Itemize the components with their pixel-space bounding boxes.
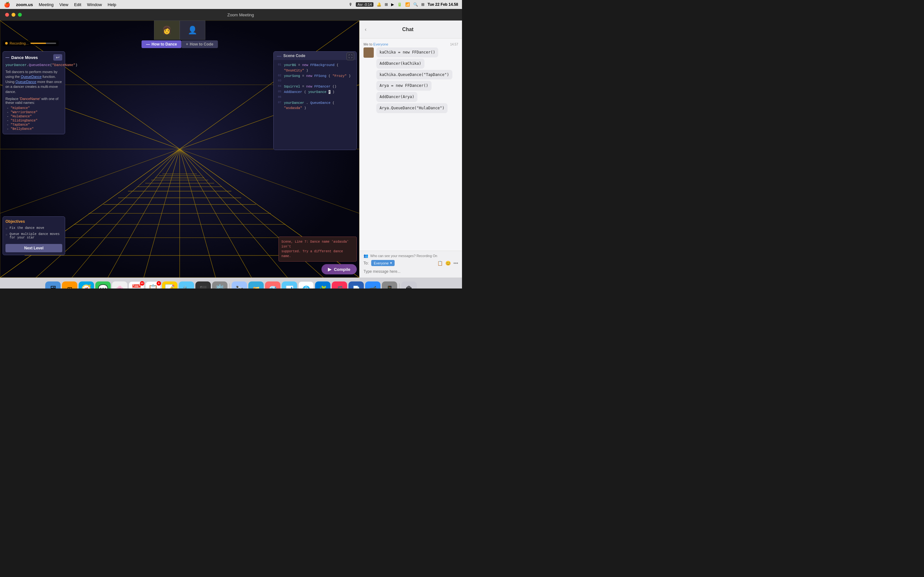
next-level-button[interactable]: Next Level	[5, 244, 62, 252]
play-icon: ▶	[391, 2, 394, 7]
panel-title: — Dance Moves	[5, 55, 38, 60]
mic-icon: 🎙	[349, 2, 352, 7]
dock-plasticity[interactable]: 💎	[265, 282, 280, 289]
battery-icon: 🔋	[397, 2, 402, 7]
dock-music[interactable]: 🎵	[332, 282, 347, 289]
recording-fill	[31, 43, 46, 44]
maximize-button[interactable]	[18, 13, 22, 17]
dock-calendar[interactable]: 📅 22	[129, 282, 144, 289]
dock-photos[interactable]: 🌸	[112, 282, 128, 289]
code-var-yourdancer: yourDancer	[5, 63, 27, 67]
code-editor[interactable]: 01 yourBG = new FFBackground ( "OvunCity…	[274, 60, 357, 150]
dock-word[interactable]: 📄	[349, 282, 364, 289]
chat-bubble-4: Arya = new FFDancer()	[376, 81, 431, 91]
control-center-icon[interactable]: ⊞	[421, 2, 425, 7]
dock-finder-2[interactable]: 📁	[248, 282, 264, 289]
dock-safari[interactable]: 🧭	[79, 282, 94, 289]
star-icon-1: ☆	[5, 226, 8, 230]
dance-moves-title: Dance Moves	[11, 55, 38, 60]
menu-window[interactable]: Window	[87, 2, 102, 7]
dock-reminders[interactable]: 📋 6	[145, 282, 161, 289]
apple-menu[interactable]: 🍎	[4, 2, 10, 8]
fullscreen-button[interactable]: ⛶	[347, 53, 354, 60]
dock-activity-monitor[interactable]: 📊	[282, 282, 297, 289]
dock-vscode[interactable]: 🧩	[315, 282, 330, 289]
dance-item-sliding: "SlidingDance"	[7, 119, 62, 122]
emoji-icon[interactable]: 😊	[445, 261, 451, 266]
dock-chrome[interactable]: 🌐	[298, 282, 314, 289]
dock-terminal[interactable]: ⬛	[195, 282, 211, 289]
line-num-4: 04	[276, 84, 281, 89]
objective-1-text: Fix the dance move	[10, 226, 44, 230]
scene-code-panel: — Scene Code 01 yourBG = new FFBackgroun…	[273, 51, 357, 150]
chat-bubble-2: AddDancer(kaChika)	[376, 59, 425, 69]
menu-meeting[interactable]: Meeting	[39, 2, 53, 7]
dock-divider-2	[399, 284, 399, 289]
queue-dance-link-2[interactable]: QueueDance	[15, 80, 36, 84]
close-button[interactable]	[5, 13, 9, 17]
code-line-5: 05 AddDancer ( yourDance r )	[276, 89, 354, 95]
dock-system-prefs[interactable]: ⚙️	[212, 282, 228, 289]
message-meta: Me to Everyone 14.57	[363, 42, 458, 46]
chat-panel: ‹ Chat Me to Everyone 14.57 k	[359, 21, 462, 277]
message-sender: Me to Everyone	[363, 42, 388, 46]
tab-how-to-dance[interactable]: — How to Dance	[142, 40, 181, 48]
message-group-1: Me to Everyone 14.57 kaChika = new FFDan…	[363, 42, 458, 113]
chat-visibility: 👥 Who can see your messages? Recording O…	[363, 253, 458, 258]
menu-help[interactable]: Help	[108, 2, 116, 7]
dock-finder[interactable]: 🖥	[45, 282, 61, 289]
dock-trash[interactable]: 🗑	[401, 282, 417, 289]
dock-zoom[interactable]: 📹	[365, 282, 381, 289]
chat-to-label: To:	[363, 261, 368, 266]
compile-label: Compile	[334, 267, 351, 272]
dock-magnet[interactable]: 🔧	[179, 282, 194, 289]
notification-icon[interactable]: 🔔	[376, 2, 381, 7]
objectives-title: Objectives	[5, 219, 62, 224]
chat-bubble-6: Arya.QueueDance("HulaDance")	[376, 103, 447, 113]
chat-input[interactable]	[363, 268, 458, 275]
minimize-button[interactable]	[11, 13, 15, 17]
menu-view[interactable]: View	[59, 2, 68, 7]
dance-item-warrior: "WarriorDance"	[7, 111, 62, 114]
chat-avatar	[363, 47, 374, 58]
chat-collapse-button[interactable]: ‹	[365, 27, 367, 32]
compile-button[interactable]: ▶ Compile	[321, 264, 357, 274]
minus-panel-icon: —	[5, 55, 9, 60]
more-options-icon[interactable]: •••	[453, 261, 458, 266]
scene-code-minimize-icon[interactable]: —	[277, 53, 281, 58]
dock-notes[interactable]: 📝	[162, 282, 178, 289]
app-name[interactable]: zoom.us	[16, 2, 33, 7]
code-line-3: 03	[276, 79, 354, 84]
tabs-bar: — How to Dance + How to Code	[142, 40, 218, 48]
bubble-wrap-1: kaChika = new FFDancer()	[376, 47, 458, 57]
queue-dance-link[interactable]: QueueDance	[21, 75, 42, 79]
dock-iphone-mirror[interactable]: 📱	[382, 282, 397, 289]
search-icon[interactable]: 🔍	[413, 2, 418, 7]
dance-item-hip: "HipDance"	[7, 106, 62, 110]
panel-back-button[interactable]: ↩	[53, 54, 62, 61]
message-with-avatar: kaChika = new FFDancer() AddDancer(kaChi…	[363, 47, 458, 113]
calendar-badge: 22	[140, 281, 144, 285]
minus-icon: —	[146, 42, 150, 47]
dock-preview[interactable]: 🔭	[232, 282, 247, 289]
scene-code-title: Scene Code	[283, 53, 305, 58]
panel-title-bar: — Dance Moves ↩	[5, 54, 62, 61]
dock-launchpad[interactable]: ⊞	[62, 282, 78, 289]
grid-icon[interactable]: ⊞	[384, 2, 388, 7]
chat-to-select[interactable]: Everyone ▾	[371, 260, 394, 266]
dance-moves-desc: Tell dancers to perform moves by using t…	[5, 69, 62, 94]
dance-list: "HipDance" "WarriorDance" "HulaDance" "S…	[5, 106, 62, 131]
play-triangle-icon: ▶	[328, 267, 331, 272]
dock-messages[interactable]: 💬	[95, 282, 111, 289]
recording-progress	[31, 43, 56, 44]
visibility-text: Who can see your messages? Recording On	[370, 254, 437, 258]
video-person-2: 👤	[180, 21, 205, 39]
line-num-5: 05	[276, 89, 281, 95]
menu-edit[interactable]: Edit	[74, 2, 81, 7]
objectives-panel: Objectives ☆ Fix the dance move ☆ Queue …	[3, 216, 65, 255]
file-icon[interactable]: 📋	[437, 261, 443, 266]
recording-text: Recording...	[10, 41, 29, 45]
objective-2: ☆ Queue multiple dance moves for your st…	[5, 232, 62, 239]
tab-how-to-code[interactable]: + How to Code	[182, 40, 218, 48]
replace-text: Replace 'DanceName' with one of these va…	[5, 97, 62, 105]
